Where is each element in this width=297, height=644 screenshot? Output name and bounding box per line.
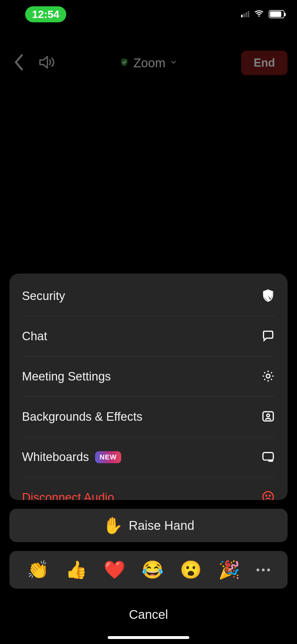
- reaction-party[interactable]: 🎉: [218, 559, 240, 580]
- svg-point-7: [269, 495, 270, 496]
- menu-item-chat[interactable]: Chat: [22, 316, 275, 357]
- security-shield-icon: [120, 58, 129, 68]
- sad-face-icon: [261, 490, 275, 500]
- menu-item-security[interactable]: Security: [22, 276, 275, 316]
- more-reactions-button[interactable]: [256, 569, 270, 571]
- battery-icon: [269, 10, 284, 18]
- menu-item-disconnect-audio[interactable]: Disconnect Audio: [22, 477, 275, 500]
- meeting-title: Zoom: [133, 56, 165, 70]
- menu-label: Backgrounds & Effects: [22, 410, 143, 424]
- menu-panel[interactable]: Security Chat: [9, 274, 288, 500]
- wifi-icon: [254, 8, 264, 20]
- status-time-pill[interactable]: 12:54: [25, 6, 66, 22]
- home-indicator[interactable]: [108, 636, 189, 639]
- reaction-thumbs-up[interactable]: 👍: [65, 559, 87, 580]
- end-meeting-button[interactable]: End: [241, 51, 288, 75]
- gear-icon: [261, 369, 275, 384]
- chevron-down-icon: [170, 58, 177, 67]
- menu-item-backgrounds-effects[interactable]: Backgrounds & Effects: [22, 397, 275, 437]
- menu-item-whiteboards[interactable]: Whiteboards NEW: [22, 437, 275, 477]
- person-frame-icon: [261, 409, 275, 425]
- svg-point-1: [266, 374, 270, 378]
- reaction-heart[interactable]: ❤️: [104, 559, 126, 580]
- reaction-joy[interactable]: 😂: [142, 559, 164, 580]
- menu-label: Chat: [22, 330, 47, 343]
- status-bar: 12:54: [0, 0, 297, 28]
- meeting-title-dropdown[interactable]: Zoom: [120, 56, 177, 70]
- raise-hand-button[interactable]: ✋ Raise Hand: [9, 509, 288, 542]
- raise-hand-label: Raise Hand: [129, 519, 194, 533]
- svg-point-6: [266, 495, 267, 496]
- svg-point-3: [267, 414, 270, 417]
- back-button[interactable]: [13, 53, 25, 73]
- status-right: [241, 8, 284, 20]
- cellular-signal-icon: [241, 11, 249, 17]
- cancel-label: Cancel: [129, 608, 168, 622]
- more-actions-sheet: Security Chat: [9, 274, 288, 631]
- svg-rect-4: [263, 452, 273, 460]
- cancel-button[interactable]: Cancel: [9, 597, 288, 631]
- shield-icon: [261, 289, 275, 304]
- raise-hand-icon: ✋: [103, 516, 123, 535]
- chat-icon: [261, 329, 275, 344]
- svg-point-0: [258, 16, 260, 17]
- menu-item-meeting-settings[interactable]: Meeting Settings: [22, 357, 275, 397]
- menu-label: Disconnect Audio: [22, 491, 114, 500]
- menu-label: Security: [22, 289, 65, 303]
- menu-label: Whiteboards NEW: [22, 450, 121, 464]
- menu-label-text: Whiteboards: [22, 450, 89, 464]
- new-badge: NEW: [95, 451, 121, 463]
- reaction-clap[interactable]: 👏: [27, 559, 49, 580]
- meeting-topbar: Zoom End: [0, 47, 297, 79]
- reactions-row: 👏 👍 ❤️ 😂 😮 🎉: [9, 551, 288, 589]
- reaction-wow[interactable]: 😮: [180, 559, 202, 580]
- audio-output-button[interactable]: [38, 53, 56, 73]
- menu-label: Meeting Settings: [22, 370, 111, 383]
- whiteboard-icon: [261, 450, 275, 465]
